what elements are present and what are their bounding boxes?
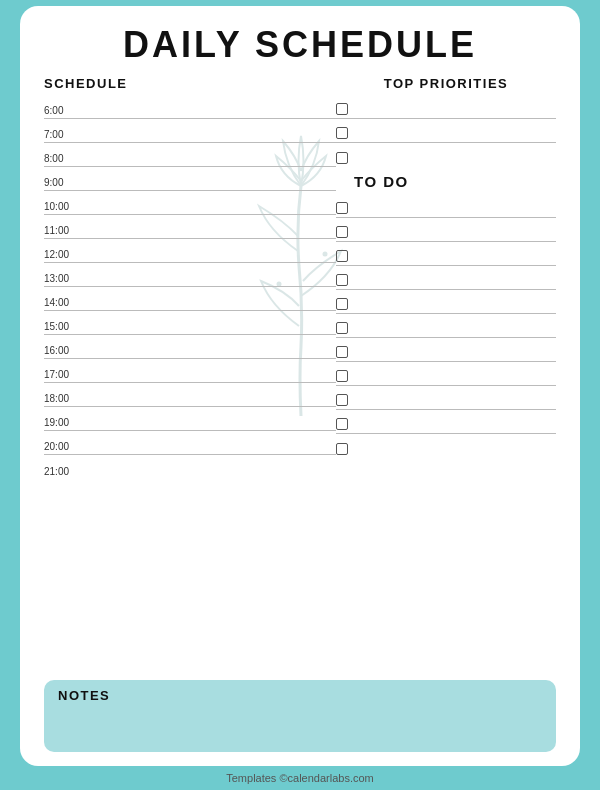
priority-rows — [336, 95, 556, 167]
schedule-row: 16:00 — [44, 335, 336, 359]
todo-row — [336, 218, 556, 242]
todo-row — [336, 386, 556, 410]
schedule-row: 17:00 — [44, 359, 336, 383]
priority-checkbox[interactable] — [336, 127, 348, 139]
schedule-column: SCHEDULE 6:007:008:009:0010:0011:0012:00… — [44, 76, 336, 670]
schedule-header: SCHEDULE — [44, 76, 336, 91]
todo-rows — [336, 194, 556, 458]
todo-checkbox[interactable] — [336, 226, 348, 238]
time-label: 15:00 — [44, 321, 78, 333]
time-label: 19:00 — [44, 417, 78, 429]
notes-section: NOTES — [44, 680, 556, 752]
todo-row — [336, 290, 556, 314]
todo-checkbox[interactable] — [336, 322, 348, 334]
schedule-row: 15:00 — [44, 311, 336, 335]
todo-checkbox[interactable] — [336, 298, 348, 310]
todo-checkbox[interactable] — [336, 250, 348, 262]
todo-row — [336, 194, 556, 218]
page: DAILY SCHEDULE SCHEDULE 6:007:008:009: — [20, 6, 580, 766]
time-label: 9:00 — [44, 177, 78, 189]
todo-header: TO DO — [354, 173, 556, 190]
todo-row — [336, 362, 556, 386]
time-label: 12:00 — [44, 249, 78, 261]
schedule-row: 11:00 — [44, 215, 336, 239]
time-label: 11:00 — [44, 225, 78, 237]
schedule-row: 9:00 — [44, 167, 336, 191]
schedule-row: 18:00 — [44, 383, 336, 407]
todo-row — [336, 314, 556, 338]
schedule-row: 10:00 — [44, 191, 336, 215]
time-label: 13:00 — [44, 273, 78, 285]
todo-checkbox[interactable] — [336, 274, 348, 286]
todo-checkbox[interactable] — [336, 394, 348, 406]
todo-checkbox[interactable] — [336, 346, 348, 358]
priority-checkbox[interactable] — [336, 103, 348, 115]
todo-checkbox[interactable] — [336, 370, 348, 382]
schedule-row: 6:00 — [44, 95, 336, 119]
time-label: 17:00 — [44, 369, 78, 381]
schedule-row: 19:00 — [44, 407, 336, 431]
todo-checkbox[interactable] — [336, 202, 348, 214]
priority-row — [336, 95, 556, 119]
todo-row — [336, 338, 556, 362]
schedule-rows: 6:007:008:009:0010:0011:0012:0013:0014:0… — [44, 95, 336, 479]
priority-checkbox[interactable] — [336, 152, 348, 164]
schedule-row: 7:00 — [44, 119, 336, 143]
main-content: SCHEDULE 6:007:008:009:0010:0011:0012:00… — [44, 76, 556, 670]
time-label: 21:00 — [44, 466, 78, 478]
right-column: TOP PRIORITIES TO DO — [336, 76, 556, 670]
todo-row — [336, 434, 556, 458]
page-title: DAILY SCHEDULE — [44, 24, 556, 66]
schedule-row: 8:00 — [44, 143, 336, 167]
notes-header: NOTES — [58, 688, 542, 703]
time-label: 7:00 — [44, 129, 78, 141]
schedule-row: 13:00 — [44, 263, 336, 287]
priority-row — [336, 119, 556, 143]
time-label: 16:00 — [44, 345, 78, 357]
todo-checkbox[interactable] — [336, 418, 348, 430]
footer: Templates ©calendarlabs.com — [226, 772, 374, 784]
time-label: 8:00 — [44, 153, 78, 165]
schedule-row: 12:00 — [44, 239, 336, 263]
time-label: 6:00 — [44, 105, 78, 117]
time-label: 18:00 — [44, 393, 78, 405]
priority-row — [336, 143, 556, 167]
schedule-row: 21:00 — [44, 455, 336, 479]
schedule-row: 14:00 — [44, 287, 336, 311]
time-label: 14:00 — [44, 297, 78, 309]
todo-row — [336, 242, 556, 266]
todo-row — [336, 410, 556, 434]
time-label: 20:00 — [44, 441, 78, 453]
todo-checkbox[interactable] — [336, 443, 348, 455]
todo-row — [336, 266, 556, 290]
time-label: 10:00 — [44, 201, 78, 213]
priorities-header: TOP PRIORITIES — [336, 76, 556, 91]
schedule-row: 20:00 — [44, 431, 336, 455]
